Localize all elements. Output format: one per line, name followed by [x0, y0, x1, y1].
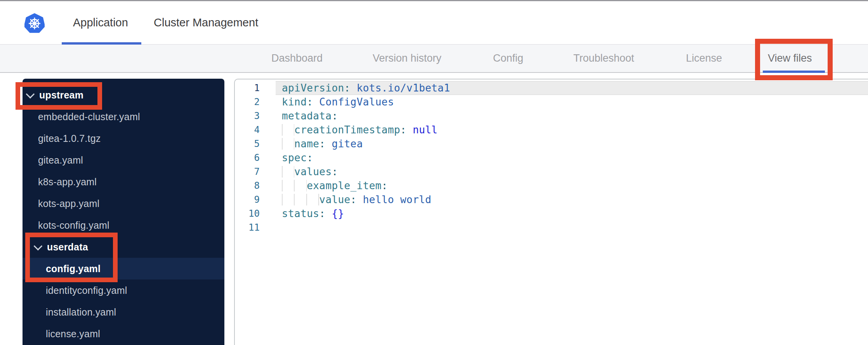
- tree-item-label: upstream: [39, 90, 83, 101]
- line-number: 7: [235, 165, 276, 179]
- tree-file-identityconfig-yaml[interactable]: identityconfig.yaml: [23, 279, 224, 301]
- line-number: 2: [235, 95, 276, 109]
- code-text: apiVersion: kots.io/v1beta1: [276, 81, 868, 95]
- code-line-10[interactable]: 10status: {}: [235, 207, 868, 221]
- active-nav-tab-underline: [763, 71, 825, 73]
- line-number: 3: [235, 109, 276, 123]
- tree-item-label: embedded-cluster.yaml: [38, 111, 140, 122]
- file-content-editor[interactable]: 1apiVersion: kots.io/v1beta12kind: Confi…: [234, 79, 868, 345]
- tree-file-kots-config-yaml[interactable]: kots-config.yaml: [23, 214, 224, 236]
- line-number: 9: [235, 193, 276, 207]
- tree-folder-userdata[interactable]: userdata: [23, 236, 224, 258]
- tree-item-label: config.yaml: [46, 263, 101, 274]
- code-line-1[interactable]: 1apiVersion: kots.io/v1beta1: [235, 81, 868, 95]
- kubernetes-logo-icon: [24, 13, 45, 34]
- tree-file-installation-yaml[interactable]: installation.yaml: [23, 301, 224, 323]
- tree-item-label: gitea-1.0.7.tgz: [38, 133, 101, 144]
- header-tab-application[interactable]: Application: [73, 1, 128, 44]
- chevron-down-icon: [34, 242, 43, 251]
- tree-file-config-yaml[interactable]: config.yaml: [23, 258, 224, 279]
- tree-file-k8s-app-yaml[interactable]: k8s-app.yaml: [23, 171, 224, 193]
- nav-tab-dashboard[interactable]: Dashboard: [271, 45, 323, 72]
- tree-file-embedded-cluster-yaml[interactable]: embedded-cluster.yaml: [23, 106, 224, 128]
- app-nav-bar: DashboardVersion historyConfigTroublesho…: [0, 45, 868, 73]
- code-line-5[interactable]: 5 name: gitea: [235, 137, 868, 151]
- code-line-6[interactable]: 6spec:: [235, 151, 868, 165]
- code-text: creationTimestamp: null: [276, 123, 868, 137]
- tree-item-label: identityconfig.yaml: [46, 285, 127, 296]
- code-text: kind: ConfigValues: [276, 95, 868, 109]
- code-text: example_item:: [276, 179, 868, 193]
- line-number: 4: [235, 123, 276, 137]
- line-number: 8: [235, 179, 276, 193]
- line-number: 6: [235, 151, 276, 165]
- code-line-2[interactable]: 2kind: ConfigValues: [235, 95, 868, 109]
- file-tree-sidebar: upstreamembedded-cluster.yamlgitea-1.0.7…: [23, 79, 224, 345]
- tree-file-license-yaml[interactable]: license.yaml: [23, 323, 224, 345]
- tree-item-label: kots-config.yaml: [38, 220, 109, 231]
- code-text: name: gitea: [276, 137, 868, 151]
- code-line-7[interactable]: 7 values:: [235, 165, 868, 179]
- code-text: spec:: [276, 151, 868, 165]
- header-tab-cluster-management[interactable]: Cluster Management: [154, 1, 258, 44]
- code-text: status: {}: [276, 207, 868, 221]
- line-number: 11: [235, 221, 276, 235]
- tree-item-label: k8s-app.yaml: [38, 176, 97, 188]
- code-text: metadata:: [276, 109, 868, 123]
- nav-tab-config[interactable]: Config: [493, 45, 523, 72]
- chevron-down-icon: [26, 90, 35, 99]
- code-text: [276, 221, 868, 235]
- tree-item-label: kots-app.yaml: [38, 198, 99, 209]
- code-text: values:: [276, 165, 868, 179]
- nav-tab-license[interactable]: License: [686, 45, 722, 72]
- nav-tab-version-history[interactable]: Version history: [373, 45, 441, 72]
- tree-file-kots-app-yaml[interactable]: kots-app.yaml: [23, 193, 224, 214]
- line-number: 5: [235, 137, 276, 151]
- tree-item-label: installation.yaml: [46, 307, 116, 318]
- tree-file-gitea-1-0-7-tgz[interactable]: gitea-1.0.7.tgz: [23, 128, 224, 149]
- line-number: 10: [235, 207, 276, 221]
- nav-tab-troubleshoot[interactable]: Troubleshoot: [573, 45, 634, 72]
- tree-item-label: userdata: [47, 242, 88, 253]
- code-line-4[interactable]: 4 creationTimestamp: null: [235, 123, 868, 137]
- tree-item-label: gitea.yaml: [38, 155, 83, 166]
- code-line-8[interactable]: 8 example_item:: [235, 179, 868, 193]
- code-line-11[interactable]: 11: [235, 221, 868, 235]
- code-text: value: hello world: [276, 193, 868, 207]
- tree-file-gitea-yaml[interactable]: gitea.yaml: [23, 149, 224, 171]
- tree-item-label: license.yaml: [46, 328, 100, 340]
- nav-tab-view-files[interactable]: View files: [768, 45, 812, 72]
- code-line-3[interactable]: 3metadata:: [235, 109, 868, 123]
- line-number: 1: [235, 81, 276, 95]
- tree-folder-upstream[interactable]: upstream: [23, 84, 224, 106]
- app-header: Application Cluster Management: [0, 0, 868, 45]
- code-line-9[interactable]: 9 value: hello world: [235, 193, 868, 207]
